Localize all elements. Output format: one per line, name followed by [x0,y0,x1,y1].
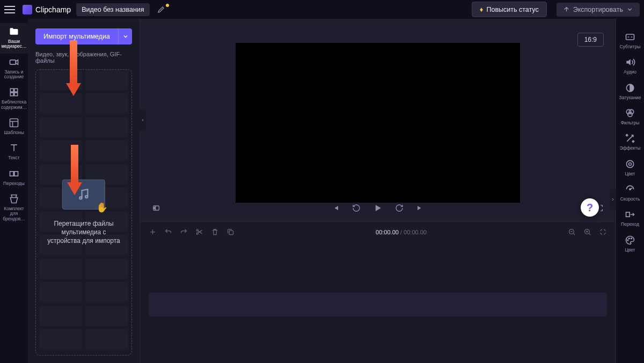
drop-text: Перетащите файлы мультимедиа с устройств… [46,219,122,246]
filters-icon [625,108,635,118]
svg-point-21 [626,160,633,167]
library-icon [9,87,19,98]
drop-media-tile: ✋ [62,180,105,210]
sidebar-item-text[interactable]: Текст [0,139,28,165]
help-button[interactable]: ? [581,198,599,217]
help-icon: ? [587,202,593,214]
svg-point-25 [627,240,628,241]
logo-icon [23,5,32,14]
upload-icon [563,6,570,13]
left-sidebar: Ваши медиарес… Запись и создание Библиот… [0,19,28,363]
undo-icon[interactable] [164,228,172,236]
fit-icon[interactable] [599,228,607,236]
sidebar-item-transitions[interactable]: Переходы [0,165,28,190]
trash-icon[interactable] [211,228,219,236]
menu-button[interactable] [4,3,17,16]
sidebar-item-transition[interactable]: Переход [616,206,644,231]
sidebar-item-color2[interactable]: Цвет [616,232,644,257]
svg-rect-3 [10,93,13,96]
media-dropzone[interactable]: ✋ Перетащите файлы мультимедиа с устройс… [35,69,132,355]
svg-rect-4 [14,93,18,96]
transitions-icon [9,168,19,179]
scissors-icon[interactable] [195,228,203,236]
svg-rect-5 [10,119,18,127]
sidebar-item-audio[interactable]: Аудио [616,54,644,79]
collapse-panel-right[interactable] [610,189,616,210]
svg-rect-2 [14,89,18,92]
plus-icon[interactable] [149,228,157,236]
preview-area: 16:9 [140,19,616,221]
svg-point-20 [628,112,632,116]
svg-rect-24 [626,212,630,217]
sidebar-item-captions[interactable]: Субтитры [616,28,644,54]
speaker-icon [625,57,635,68]
sidebar-item-speed[interactable]: Скорость [616,181,644,206]
aspect-ratio-button[interactable]: 16:9 [577,33,604,47]
sidebar-item-fade[interactable]: Затухание [616,79,644,105]
collapse-panel-left[interactable] [140,109,146,131]
import-dropdown-button[interactable] [118,28,132,45]
music-icon [77,188,91,202]
zoom-out-icon[interactable] [568,228,576,236]
transition-icon [625,209,635,220]
media-hint: Видео, звук, изображения, GIF-файлы [35,51,132,64]
timeline-toolbar: 00:00.00 / 00:00.00 [140,221,616,242]
app-logo: Clipchamp [23,5,71,14]
sidebar-item-record[interactable]: Запись и создание [0,54,28,84]
import-media-button[interactable]: Импорт мультимедиа [35,28,118,45]
templates-icon [9,117,19,128]
project-title[interactable]: Видео без названия [76,3,149,16]
hand-cursor-icon: ✋ [96,202,108,213]
sidebar-item-filters[interactable]: Фильтры [616,105,644,130]
brandkit-icon [9,194,19,204]
chevron-down-icon [122,33,129,40]
zoom-in-icon[interactable] [583,228,591,236]
media-panel: Импорт мультимедиа Видео, звук, изображе… [28,19,140,363]
skip-forward-button[interactable] [415,204,424,214]
timecode: 00:00.00 / 00:00.00 [376,229,427,235]
camera-icon [9,57,19,68]
captions-icon [625,32,635,42]
palette-icon [625,235,635,246]
svg-point-11 [196,229,198,231]
svg-rect-13 [229,231,233,235]
sidebar-item-color[interactable]: Цвет [616,155,644,181]
effects-icon [625,133,635,144]
fade-icon [625,83,635,93]
skip-back-button[interactable] [332,204,340,214]
sidebar-item-media[interactable]: Ваши медиарес… [0,23,28,54]
forward-button[interactable] [395,204,404,214]
video-canvas[interactable] [236,43,520,203]
timeline[interactable] [140,242,616,363]
export-label: Экспортировать [573,6,623,13]
svg-rect-7 [14,172,18,176]
svg-point-23 [630,189,631,190]
rewind-button[interactable] [352,204,361,214]
svg-point-26 [629,238,630,239]
sidebar-item-library[interactable]: Библиотека содержим… [0,84,28,114]
svg-point-8 [79,197,82,199]
upgrade-label: Повысить статус [486,6,538,13]
speed-icon [625,184,635,195]
timeline-track[interactable] [149,293,607,316]
chevron-down-icon [626,6,633,13]
right-sidebar: Субтитры Аудио Затухание Фильтры Эффекты… [616,19,644,363]
svg-point-9 [85,196,87,198]
sidebar-item-brandkit[interactable]: Комплект для брендов… [0,190,28,226]
svg-point-27 [631,238,632,239]
sidebar-item-templates[interactable]: Шаблоны [0,114,28,139]
magic-pen-icon[interactable] [157,5,167,14]
redo-icon[interactable] [180,228,188,236]
svg-rect-1 [10,89,13,92]
svg-point-22 [629,162,632,165]
upgrade-button[interactable]: ♦ Повысить статус [472,2,547,17]
sidebar-item-effects[interactable]: Эффекты [616,130,644,155]
svg-point-12 [196,233,198,234]
text-icon [9,143,19,153]
play-button[interactable] [372,203,383,216]
folder-icon [9,26,19,37]
export-button[interactable]: Экспортировать [557,3,640,17]
frame-icon[interactable] [152,204,160,214]
copy-icon[interactable] [226,228,235,236]
svg-rect-0 [10,60,16,64]
